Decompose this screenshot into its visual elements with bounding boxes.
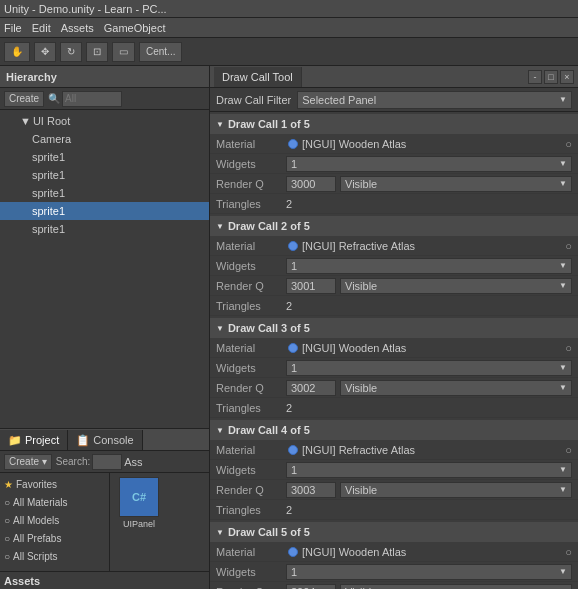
renderq-number-3[interactable]: 3002	[286, 380, 336, 396]
renderq-dropdown-3[interactable]: Visible ▼	[340, 380, 572, 396]
hierarchy-search-input[interactable]	[62, 91, 122, 107]
hierarchy-item-label: sprite1	[32, 187, 65, 199]
hierarchy-item-sprite1-3[interactable]: sprite1	[0, 184, 209, 202]
widgets-value-2: 1 ▼	[286, 258, 572, 274]
renderq-mode-text: Visible	[345, 382, 377, 394]
renderq-number-1[interactable]: 3000	[286, 176, 336, 192]
renderq-number-text: 3002	[291, 382, 315, 394]
sidebar-all-models[interactable]: ○ All Models	[0, 511, 109, 529]
hierarchy-create-btn[interactable]: Create	[4, 91, 44, 107]
tab-console[interactable]: 📋 Console	[68, 430, 142, 450]
material-settings-icon[interactable]: ○	[565, 546, 572, 558]
sidebar-all-materials[interactable]: ○ All Materials	[0, 493, 109, 511]
main-area: Hierarchy Create 🔍 ▼ UI Root Camera spr	[0, 66, 578, 589]
sidebar-favorites[interactable]: ★ Favorites	[0, 475, 109, 493]
material-label: Material	[216, 342, 286, 354]
window-buttons: - □ ×	[528, 70, 574, 84]
widgets-dropdown-5[interactable]: 1 ▼	[286, 564, 572, 580]
dropdown-arrow-icon: ▼	[559, 95, 567, 104]
widgets-dropdown-1[interactable]: 1 ▼	[286, 156, 572, 172]
widgets-row-3: Widgets 1 ▼	[210, 358, 578, 378]
widgets-dropdown-3[interactable]: 1 ▼	[286, 360, 572, 376]
material-settings-icon[interactable]: ○	[565, 240, 572, 252]
menu-file[interactable]: File	[4, 22, 22, 34]
renderq-number-4[interactable]: 3003	[286, 482, 336, 498]
draw-call-header-2[interactable]: ▼Draw Call 2 of 5	[210, 216, 578, 236]
widgets-label: Widgets	[216, 260, 286, 272]
hierarchy-item-sprite1-1[interactable]: sprite1	[0, 148, 209, 166]
toolbar-rect[interactable]: ▭	[112, 42, 135, 62]
widgets-arrow-icon: ▼	[559, 261, 567, 270]
renderq-dropdown-5[interactable]: Visible ▼	[340, 584, 572, 590]
sidebar-all-prefabs[interactable]: ○ All Prefabs	[0, 529, 109, 547]
draw-call-tab[interactable]: Draw Call Tool	[214, 67, 302, 87]
renderq-dropdown-4[interactable]: Visible ▼	[340, 482, 572, 498]
hierarchy-title: Hierarchy	[6, 71, 57, 83]
minimize-button[interactable]: -	[528, 70, 542, 84]
filter-dropdown[interactable]: Selected Panel ▼	[297, 91, 572, 109]
draw-call-header-5[interactable]: ▼Draw Call 5 of 5	[210, 522, 578, 542]
material-circle-icon	[288, 445, 298, 455]
hierarchy-item-uiroot[interactable]: ▼ UI Root	[0, 112, 209, 130]
all-prefabs-label: All Prefabs	[13, 533, 61, 544]
widgets-number: 1	[291, 260, 297, 272]
renderq-number-text: 3000	[291, 178, 315, 190]
toolbar-hand[interactable]: ✋	[4, 42, 30, 62]
draw-call-header-4[interactable]: ▼Draw Call 4 of 5	[210, 420, 578, 440]
sidebar-all-scripts[interactable]: ○ All Scripts	[0, 547, 109, 565]
renderq-number-5[interactable]: 3004	[286, 584, 336, 590]
hierarchy-items: ▼ UI Root Camera sprite1 sprite1 sprite1…	[0, 110, 209, 428]
maximize-button[interactable]: □	[544, 70, 558, 84]
material-row-1: Material [NGUI] Wooden Atlas ○	[210, 134, 578, 154]
hierarchy-item-sprite1-5[interactable]: sprite1	[0, 220, 209, 238]
triangles-text: 2	[286, 504, 292, 516]
hierarchy-item-label: Camera	[32, 133, 71, 145]
renderq-value-2: 3001 Visible ▼	[286, 278, 572, 294]
material-value-2: [NGUI] Refractive Atlas ○	[286, 240, 572, 252]
triangles-value-2: 2	[286, 300, 572, 312]
renderq-dropdown-2[interactable]: Visible ▼	[340, 278, 572, 294]
material-field-3[interactable]: [NGUI] Wooden Atlas	[286, 342, 561, 354]
assets-bottom-label: Assets	[0, 571, 209, 589]
material-settings-icon[interactable]: ○	[565, 444, 572, 456]
material-settings-icon[interactable]: ○	[565, 342, 572, 354]
tab-project-label: Project	[25, 434, 59, 446]
menu-gameobject[interactable]: GameObject	[104, 22, 166, 34]
unity-toolbar: ✋ ✥ ↻ ⊡ ▭ Cent...	[0, 38, 578, 66]
toolbar-center[interactable]: Cent...	[139, 42, 182, 62]
project-search-input[interactable]	[92, 454, 122, 470]
left-panel: Hierarchy Create 🔍 ▼ UI Root Camera spr	[0, 66, 210, 589]
project-content: ★ Favorites ○ All Materials ○ All Models…	[0, 473, 209, 571]
material-label: Material	[216, 546, 286, 558]
hierarchy-item-camera[interactable]: Camera	[0, 130, 209, 148]
material-settings-icon[interactable]: ○	[565, 138, 572, 150]
asset-item-uipanel[interactable]: C# UIPanel	[114, 477, 164, 567]
toolbar-move[interactable]: ✥	[34, 42, 56, 62]
widgets-dropdown-2[interactable]: 1 ▼	[286, 258, 572, 274]
material-field-5[interactable]: [NGUI] Wooden Atlas	[286, 546, 561, 558]
close-button[interactable]: ×	[560, 70, 574, 84]
triangles-label: Triangles	[216, 300, 286, 312]
toolbar-rotate[interactable]: ↻	[60, 42, 82, 62]
widgets-dropdown-4[interactable]: 1 ▼	[286, 462, 572, 478]
material-label: Material	[216, 444, 286, 456]
renderq-dropdown-1[interactable]: Visible ▼	[340, 176, 572, 192]
material-field-4[interactable]: [NGUI] Refractive Atlas	[286, 444, 561, 456]
assets-shortcut: Ass	[124, 456, 142, 468]
menu-assets[interactable]: Assets	[61, 22, 94, 34]
hierarchy-item-sprite1-2[interactable]: sprite1	[0, 166, 209, 184]
search-icon-small: ○	[4, 515, 10, 526]
tab-project[interactable]: 📁 Project	[0, 430, 68, 450]
hierarchy-item-sprite1-selected[interactable]: sprite1	[0, 202, 209, 220]
material-field-2[interactable]: [NGUI] Refractive Atlas	[286, 240, 561, 252]
menu-edit[interactable]: Edit	[32, 22, 51, 34]
filter-value: Selected Panel	[302, 94, 376, 106]
draw-call-header-3[interactable]: ▼Draw Call 3 of 5	[210, 318, 578, 338]
project-create-btn[interactable]: Create ▾	[4, 454, 52, 470]
renderq-number-2[interactable]: 3001	[286, 278, 336, 294]
draw-call-scroll[interactable]: ▼Draw Call 1 of 5 Material [NGUI] Wooden…	[210, 112, 578, 589]
widgets-value-1: 1 ▼	[286, 156, 572, 172]
material-field-1[interactable]: [NGUI] Wooden Atlas	[286, 138, 561, 150]
draw-call-header-1[interactable]: ▼Draw Call 1 of 5	[210, 114, 578, 134]
toolbar-scale[interactable]: ⊡	[86, 42, 108, 62]
